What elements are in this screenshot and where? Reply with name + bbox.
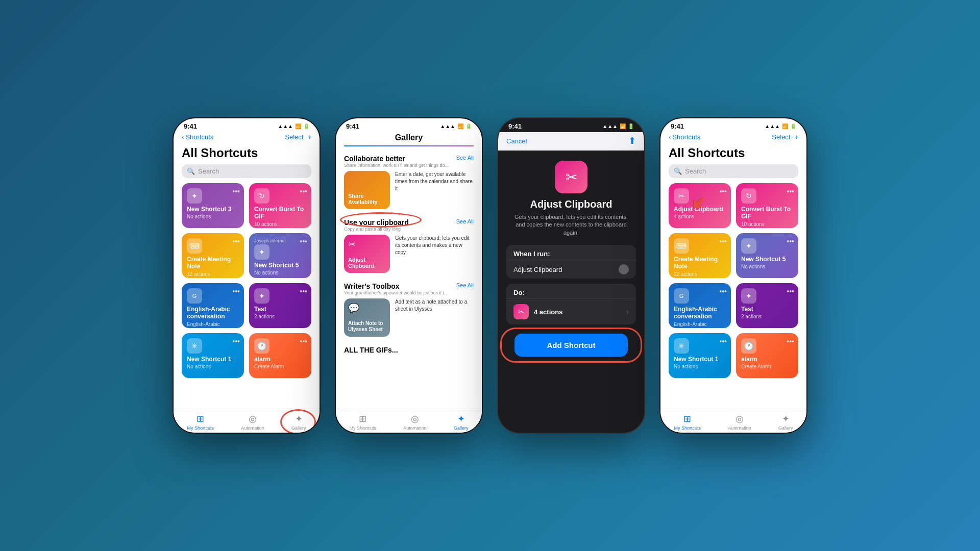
search-bar-1[interactable]: 🔍 Search: [182, 164, 311, 178]
card-menu-icon-47[interactable]: •••: [719, 337, 727, 345]
shortcut-card-test[interactable]: ••• ✦ Test 2 actions: [249, 283, 311, 328]
card-name-2: Convert Burst To GIF: [254, 206, 306, 220]
card-name-45: English-Arabic conversation: [674, 306, 726, 320]
shortcut-card-meeting[interactable]: ••• ⌨ Create Meeting Note 12 actions: [182, 233, 244, 278]
card-menu-icon-2[interactable]: •••: [300, 187, 307, 195]
cancel-btn[interactable]: Cancel: [506, 137, 527, 145]
when-i-run-section: When I run: Adjust Clipboard: [506, 245, 636, 279]
add-shortcut-container: Add Shortcut: [506, 332, 636, 359]
card-name-8: alarm: [254, 356, 306, 363]
chevron-left-icon: ‹: [182, 133, 184, 141]
phone2-wrapper: 9:41 ▲▲▲ 📶 🔋 Gallery Collaborate better …: [335, 117, 483, 434]
card-actions-1: No actions: [187, 214, 239, 219]
shortcut-card-burst[interactable]: ••• ↻ Convert Burst To GIF 10 actions: [249, 183, 311, 228]
select-btn-1[interactable]: Select: [285, 133, 303, 141]
page-title-1: All Shortcuts: [174, 144, 320, 164]
tab-gallery-4[interactable]: ✦ Gallery: [778, 413, 793, 431]
shortcut-card-new1[interactable]: ••• ✳ New Shortcut 1 No actions: [182, 333, 244, 378]
tab-label-gallery-1: Gallery: [291, 425, 306, 431]
shortcut-card-english4[interactable]: ••• G English-Arabic conversation Englis…: [669, 283, 731, 328]
card-icon-8: 🕐: [254, 338, 270, 354]
shortcut-card-burst4[interactable]: ••• ↻ Convert Burst To GIF 10 actions: [736, 183, 798, 228]
do-actions-text: 4 actions: [534, 308, 621, 316]
do-label: Do:: [506, 284, 636, 298]
gallery-card-adjust[interactable]: ✂ Adjust Clipboard: [344, 235, 390, 273]
phone1: 9:41 ▲▲▲ 📶 🔋 ‹ Shortcuts Select + All Sh…: [173, 117, 321, 434]
when-i-run-row: Adjust Clipboard: [506, 260, 636, 279]
tab-automation-2[interactable]: ◎ Automation: [403, 413, 427, 431]
card-icon-47: ✳: [674, 338, 689, 354]
tab-my-shortcuts-4[interactable]: ⊞ My Shortcuts: [674, 413, 701, 431]
card-menu-icon-42[interactable]: •••: [787, 187, 794, 195]
card-menu-icon-44[interactable]: •••: [787, 237, 794, 245]
tab-gallery-1[interactable]: ✦ Gallery: [291, 413, 306, 431]
shortcut-card-new5[interactable]: ••• Joseph Internet ✦ New Shortcut 5 No …: [249, 233, 311, 278]
nav-back-1[interactable]: ‹ Shortcuts: [182, 133, 213, 141]
status-icons-3: ▲▲▲ 📶 🔋: [602, 123, 634, 129]
card-name-41: Adjust Clipboard: [674, 206, 726, 213]
card-menu-icon-5[interactable]: •••: [232, 287, 240, 295]
card-actions-4: No actions: [254, 270, 306, 276]
shortcut-card-new14[interactable]: ••• ✳ New Shortcut 1 No actions: [669, 333, 731, 378]
time-4: 9:41: [671, 122, 684, 130]
select-btn-4[interactable]: Select: [772, 133, 790, 141]
my-shortcuts-icon-2: ⊞: [359, 413, 366, 424]
gallery-card-share[interactable]: Share Availability: [344, 171, 390, 209]
card-menu-icon-8[interactable]: •••: [300, 337, 307, 345]
shortcut-card-new54[interactable]: ••• ✦ New Shortcut 5 No actions: [736, 233, 798, 278]
plus-btn-1[interactable]: +: [307, 133, 311, 141]
shortcut-card-test4[interactable]: ••• ✦ Test 2 actions: [736, 283, 798, 328]
shortcut-card-meeting4[interactable]: ••• ⌨ Create Meeting Note 12 actions: [669, 233, 731, 278]
card-actions-3: 12 actions: [187, 271, 239, 277]
tab-my-shortcuts-2[interactable]: ⊞ My Shortcuts: [350, 413, 377, 431]
tab-bar-1: ⊞ My Shortcuts ◎ Automation ✦ Gallery: [174, 409, 320, 433]
shortcut-card-new3[interactable]: ••• ✦ New Shortcut 3 No actions: [182, 183, 244, 228]
shortcut-card-adjust4[interactable]: ••• ✂ Adjust Clipboard 4 actions: [669, 183, 731, 228]
card-menu-icon-45[interactable]: •••: [719, 287, 727, 295]
status-icons-2: ▲▲▲ 📶 🔋: [440, 123, 472, 129]
card-actions-48: Create Alarm: [741, 364, 793, 369]
search-bar-4[interactable]: 🔍 Search: [669, 164, 798, 178]
card-menu-icon-41[interactable]: •••: [719, 187, 727, 195]
gallery-card-share-title: Share Availability: [348, 193, 386, 205]
phone3-title: Adjust Clipboard: [498, 198, 644, 213]
shortcut-card-alarm4[interactable]: ••• 🕐 alarm Create Alarm: [736, 333, 798, 378]
tab-automation-1[interactable]: ◎ Automation: [241, 413, 264, 431]
tab-label-automation-4: Automation: [728, 425, 751, 431]
phone3-wrapper: 9:41 ▲▲▲ 📶 🔋 Cancel ⬆ ✂ Adjust Clipboard…: [497, 117, 645, 434]
battery-icon: 🔋: [303, 123, 309, 129]
automation-icon-2: ◎: [411, 413, 419, 424]
add-shortcut-btn[interactable]: Add Shortcut: [514, 334, 628, 357]
tab-gallery-2[interactable]: ✦ Gallery: [454, 413, 469, 431]
card-icon-41: ✂: [674, 188, 689, 204]
shortcut-card-alarm[interactable]: ••• 🕐 alarm Create Alarm: [249, 333, 311, 378]
tab-automation-4[interactable]: ◎ Automation: [728, 413, 751, 431]
shortcuts-grid-4: ••• ✂ Adjust Clipboard 4 actions ••• ↻ C…: [660, 183, 806, 382]
gallery-nav-title: Gallery: [336, 132, 482, 145]
gallery-card-ulysses[interactable]: 💬 Attach Note to Ulysses Sheet: [344, 298, 390, 337]
card-menu-icon[interactable]: •••: [232, 187, 240, 195]
toggle-icon[interactable]: [619, 264, 629, 274]
gallery-card-adjust-title: Adjust Clipboard: [348, 257, 386, 269]
shortcut-card-english[interactable]: ••• G English-Arabic conversation Englis…: [182, 283, 244, 328]
card-menu-icon-6[interactable]: •••: [300, 287, 307, 295]
card-menu-icon-46[interactable]: •••: [787, 287, 794, 295]
section-title-gifs: ALL THE GIFs...: [344, 346, 474, 354]
gallery-card-adjust-desc: Gets your clipboard, lets you edit its c…: [395, 235, 474, 273]
card-menu-icon-48[interactable]: •••: [787, 337, 794, 345]
tab-my-shortcuts-1[interactable]: ⊞ My Shortcuts: [187, 413, 214, 431]
nav-back-4[interactable]: ‹ Shortcuts: [669, 133, 700, 141]
see-all-2[interactable]: See All: [456, 218, 474, 224]
do-row[interactable]: ✂ 4 actions ›: [506, 298, 636, 324]
share-icon[interactable]: ⬆: [628, 135, 636, 146]
card-menu-icon-3[interactable]: •••: [232, 237, 240, 245]
see-all-1[interactable]: See All: [456, 155, 474, 161]
card-menu-icon-43[interactable]: •••: [719, 237, 727, 245]
section-sub-text-2: Copy and paste all day long: [344, 227, 409, 232]
see-all-3[interactable]: See All: [456, 282, 474, 288]
card-name-7: New Shortcut 1: [187, 356, 239, 363]
card-menu-icon-7[interactable]: •••: [232, 337, 240, 345]
time-3: 9:41: [508, 122, 522, 130]
plus-btn-4[interactable]: +: [794, 133, 798, 141]
card-icon-43: ⌨: [674, 238, 689, 254]
